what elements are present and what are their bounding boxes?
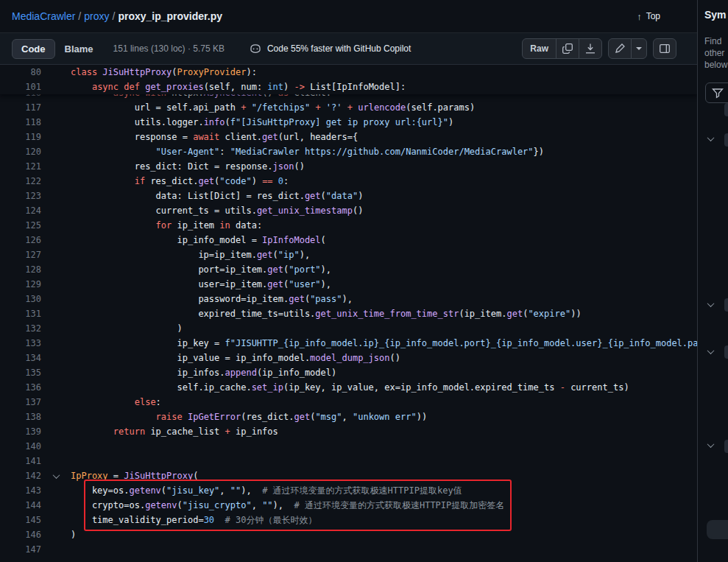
code-text: utils.logger.info(f"[JiSuHttpProxy] get … <box>71 115 453 130</box>
line-number[interactable]: 138 <box>0 410 41 424</box>
symbol-item-fragment <box>724 103 728 116</box>
line-number[interactable]: 130 <box>0 292 41 306</box>
code-text: ) <box>71 321 183 336</box>
line-number[interactable]: 123 <box>0 189 41 203</box>
code-text: crypto=os.getenv("jisu_crypto", ""), # 通… <box>71 498 504 513</box>
download-button[interactable] <box>579 38 602 59</box>
code-line: 143 key=os.getenv("jisu_key", ""), # 通过环… <box>0 483 697 498</box>
line-number[interactable]: 145 <box>0 513 41 527</box>
code-text: ip=ip_item.get("ip"), <box>71 247 310 262</box>
line-number[interactable]: 124 <box>0 203 41 218</box>
panel-icon <box>659 43 671 55</box>
fold-spacer <box>41 80 71 94</box>
line-number[interactable]: 143 <box>0 483 41 498</box>
scroll-to-top-button[interactable]: ↑ Top <box>631 8 666 25</box>
line-number[interactable]: 140 <box>0 439 41 454</box>
code-line: 131 expired_time_ts=utils.get_unix_time_… <box>0 306 697 321</box>
code-line: 135 ip_infos.append(ip_info_model) <box>0 365 697 380</box>
line-number[interactable]: 127 <box>0 247 41 262</box>
top-button-label: Top <box>646 11 660 21</box>
fold-spacer <box>41 410 71 424</box>
line-number[interactable]: 146 <box>0 527 41 542</box>
tab-code[interactable]: Code <box>12 39 55 59</box>
line-number[interactable]: 122 <box>0 174 41 189</box>
symbols-panel-toggle-button[interactable] <box>653 38 676 59</box>
line-number[interactable]: 120 <box>0 144 41 159</box>
line-number[interactable]: 136 <box>0 380 41 395</box>
fold-spacer <box>41 130 71 144</box>
code-text: data: List[Dict] = res_dict.get("data") <box>71 189 363 203</box>
fold-spacer <box>41 100 71 115</box>
line-number[interactable]: 139 <box>0 424 41 439</box>
filter-icon <box>712 87 724 99</box>
filter-button[interactable] <box>705 82 728 103</box>
fold-spacer <box>41 439 71 454</box>
line-number[interactable]: 131 <box>0 306 41 321</box>
line-number[interactable]: 144 <box>0 498 41 513</box>
line-number[interactable]: 134 <box>0 351 41 365</box>
line-number[interactable]: 118 <box>0 115 41 130</box>
edit-button[interactable] <box>608 38 632 59</box>
fold-spacer <box>41 174 71 189</box>
code-line: 117 url = self.api_path + "/fetchips" + … <box>0 100 697 115</box>
fold-spacer <box>41 542 71 557</box>
code-text: if res_dict.get("code") == 0: <box>71 174 289 189</box>
toolbar: Code Blame 151 lines (130 loc) · 5.75 KB… <box>0 32 697 65</box>
code-blame-segmented-control: Code Blame <box>12 39 103 59</box>
fold-spacer <box>41 189 71 203</box>
code-line: 139 return ip_cache_list + ip_infos <box>0 424 697 439</box>
file-header: MediaCrawler/proxy/proxy_ip_provider.py … <box>0 0 697 32</box>
code-line: 121 res_dict: Dict = response.json() <box>0 159 697 174</box>
line-number[interactable]: 133 <box>0 336 41 351</box>
code-line: 141 <box>0 454 697 468</box>
hint-line: Find <box>704 35 727 47</box>
code-text: ip_value = ip_info_model.model_dump_json… <box>71 351 400 365</box>
symbol-item-fragment <box>724 440 728 453</box>
code-line: 136 self.ip_cache.set_ip(ip_key, ip_valu… <box>0 380 697 395</box>
breadcrumb-folder-link[interactable]: proxy <box>84 10 109 22</box>
line-number[interactable]: 132 <box>0 321 41 336</box>
raw-button[interactable]: Raw <box>522 38 556 59</box>
line-number[interactable]: 141 <box>0 454 41 468</box>
fold-spacer <box>41 454 71 468</box>
line-number[interactable]: 117 <box>0 100 41 115</box>
line-number[interactable]: 135 <box>0 365 41 380</box>
code-text: return ip_cache_list + ip_infos <box>71 424 278 439</box>
code-line: 127 ip=ip_item.get("ip"), <box>0 247 697 262</box>
copilot-badge[interactable]: Code 55% faster with GitHub Copilot <box>250 43 411 55</box>
panel-bottom-pill <box>707 520 728 539</box>
fold-spacer <box>41 483 71 498</box>
code-line: 142IpProxy = JiSuHttpProxy( <box>0 468 697 483</box>
code-line: 132 ) <box>0 321 697 336</box>
breadcrumb-filename: proxy_ip_provider.py <box>118 10 222 22</box>
up-arrow-icon: ↑ <box>637 11 642 22</box>
code-area: 116 async with httpx.AsyncClient() as cl… <box>0 65 697 562</box>
line-number[interactable]: 142 <box>0 468 41 483</box>
tab-blame[interactable]: Blame <box>55 39 103 59</box>
fold-spacer <box>41 424 71 439</box>
line-number[interactable]: 125 <box>0 218 41 233</box>
line-number[interactable]: 126 <box>0 233 41 247</box>
breadcrumb-repo-link[interactable]: MediaCrawler <box>12 10 75 22</box>
section-chevron-down-icon[interactable] <box>707 300 715 307</box>
line-number[interactable]: 121 <box>0 159 41 174</box>
edit-dropdown-button[interactable] <box>631 38 647 59</box>
line-number[interactable]: 119 <box>0 130 41 144</box>
line-number[interactable]: 137 <box>0 395 41 410</box>
copy-button[interactable] <box>556 38 579 59</box>
section-chevron-down-icon[interactable] <box>707 134 715 141</box>
code-text: "User-Agent": "MediaCrawler https://gith… <box>71 144 544 159</box>
line-number[interactable]: 80 <box>0 65 41 80</box>
section-chevron-down-icon[interactable] <box>707 440 715 448</box>
line-number[interactable]: 101 <box>0 80 41 94</box>
line-number[interactable]: 128 <box>0 262 41 277</box>
breadcrumb-separator: / <box>75 10 84 22</box>
code-text: response = await client.get(url, headers… <box>71 130 358 144</box>
line-number[interactable]: 147 <box>0 542 41 557</box>
section-chevron-down-icon[interactable] <box>707 347 715 354</box>
fold-chevron-icon[interactable] <box>41 468 71 483</box>
code-text: ip_infos.append(ip_info_model) <box>71 365 336 380</box>
line-number[interactable]: 129 <box>0 277 41 292</box>
fold-spacer <box>41 277 71 292</box>
fold-spacer <box>41 262 71 277</box>
